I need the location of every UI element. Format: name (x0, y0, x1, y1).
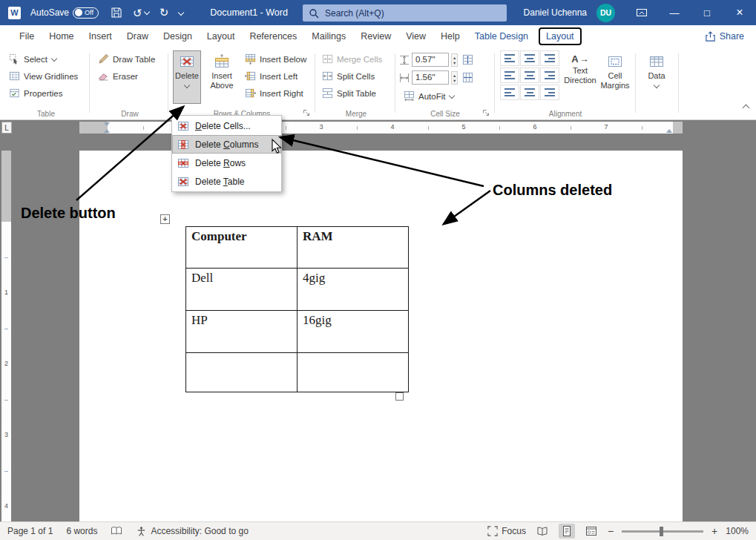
text-direction-button[interactable]: A→ Text Direction (562, 50, 598, 104)
table-row-height-input[interactable]: 0.57" (412, 53, 449, 67)
align-top-right-button[interactable] (540, 50, 559, 66)
table-cell[interactable]: 4gig (298, 269, 409, 311)
vertical-ruler[interactable]: 1 2 3 4 (1, 151, 11, 521)
table-resize-handle[interactable] (395, 392, 404, 401)
ribbon-display-options-button[interactable] (625, 0, 658, 25)
table-column-width-input[interactable]: 1.56" (412, 70, 449, 85)
autosave-toggle[interactable]: AutoSave Off (30, 7, 99, 19)
proofing-button[interactable] (111, 525, 122, 537)
search-box[interactable] (303, 4, 507, 22)
align-top-left-button[interactable] (500, 50, 519, 66)
print-layout-button[interactable] (559, 524, 575, 539)
cell-margins-button[interactable]: Cell Margins (598, 50, 632, 104)
menu-item-delete-cells[interactable]: Delete Cells... (172, 116, 281, 135)
horizontal-ruler[interactable]: 1 2 3 4 5 6 7 (79, 122, 683, 134)
insert-above-button[interactable]: Insert Above (205, 50, 239, 104)
zoom-level[interactable]: 100% (726, 526, 749, 536)
undo-button[interactable]: ↺ (133, 7, 149, 19)
tab-insert[interactable]: Insert (82, 25, 119, 47)
zoom-slider-thumb[interactable] (660, 527, 663, 536)
align-bottom-center-button[interactable] (520, 85, 539, 100)
eraser-button[interactable]: Eraser (95, 68, 141, 84)
spinner-down-icon[interactable]: ▾ (453, 78, 456, 83)
table-cell[interactable]: HP (186, 311, 298, 353)
align-bottom-left-button[interactable] (500, 85, 519, 100)
spinner-up-icon[interactable]: ▴ (453, 73, 456, 78)
focus-button[interactable]: Focus (487, 526, 526, 536)
table-cell[interactable]: 16gig (298, 311, 409, 353)
align-center-left-button[interactable] (500, 68, 519, 83)
tab-review[interactable]: Review (353, 25, 398, 47)
table-cell[interactable]: Dell (186, 269, 298, 311)
table-cell[interactable] (298, 353, 409, 392)
redo-button[interactable]: ↻ (160, 6, 169, 19)
spinner-up-icon[interactable]: ▴ (453, 55, 456, 60)
insert-below-button[interactable]: Insert Below (242, 51, 309, 67)
tab-file[interactable]: File (12, 25, 42, 47)
user-avatar[interactable]: DU (596, 4, 615, 22)
split-cells-button[interactable]: Split Cells (319, 68, 378, 84)
align-center-button[interactable] (520, 68, 539, 83)
tab-help[interactable]: Help (433, 25, 467, 47)
read-mode-button[interactable] (534, 524, 550, 539)
document-table[interactable]: Computer RAM Dell 4gig HP 16gig (185, 226, 409, 392)
tab-table-layout-active[interactable]: Layout (539, 27, 582, 45)
insert-right-button[interactable]: Insert Right (242, 85, 306, 101)
customize-qat-button[interactable] (179, 6, 183, 19)
insert-left-button[interactable]: Insert Left (242, 68, 300, 84)
draw-table-button[interactable]: Draw Table (95, 51, 158, 67)
distribute-columns-button[interactable] (460, 70, 475, 85)
word-logo-icon[interactable]: W (8, 7, 21, 19)
document-page[interactable]: Computer RAM Dell 4gig HP 16gig (79, 151, 683, 521)
first-line-indent-marker[interactable] (104, 122, 110, 126)
table-cell[interactable]: RAM (298, 227, 409, 269)
hanging-indent-marker[interactable] (104, 129, 110, 133)
tab-stop-selector[interactable]: L (1, 122, 12, 134)
menu-item-delete-rows[interactable]: Delete Rows (172, 154, 281, 172)
minimize-button[interactable]: — (658, 0, 691, 25)
accessibility-status[interactable]: Accessibility: Good to go (136, 526, 248, 537)
share-button[interactable]: Share (705, 31, 744, 42)
search-input[interactable] (323, 7, 501, 19)
user-name[interactable]: Daniel Uchenna (524, 7, 587, 18)
table-move-handle[interactable]: + (160, 214, 170, 224)
delete-button[interactable]: Delete (173, 50, 201, 104)
align-top-center-button[interactable] (520, 50, 539, 66)
zoom-slider[interactable] (622, 530, 703, 533)
tab-layout[interactable]: Layout (200, 25, 243, 47)
zoom-out-button[interactable]: − (608, 525, 614, 537)
menu-item-delete-table[interactable]: Delete Table (172, 172, 281, 191)
tab-draw[interactable]: Draw (119, 25, 156, 47)
table-cell[interactable] (186, 353, 298, 392)
align-bottom-right-button[interactable] (540, 85, 559, 100)
tab-home[interactable]: Home (42, 25, 81, 47)
split-table-button[interactable]: Split Table (319, 85, 379, 101)
close-button[interactable]: × (723, 0, 756, 25)
right-indent-marker[interactable] (666, 129, 672, 133)
tab-references[interactable]: References (242, 25, 304, 47)
save-button[interactable] (111, 7, 122, 19)
page-indicator[interactable]: Page 1 of 1 (7, 526, 53, 536)
tab-design[interactable]: Design (156, 25, 200, 47)
table-cell[interactable]: Computer (186, 227, 298, 269)
zoom-in-button[interactable]: + (711, 525, 717, 537)
menu-item-delete-columns[interactable]: Delete Columns (172, 135, 281, 154)
autosave-pill[interactable]: Off (73, 7, 99, 19)
word-count[interactable]: 6 words (66, 526, 97, 536)
web-layout-button[interactable] (583, 524, 599, 539)
row-height-spinner[interactable]: ▴ ▾ (451, 53, 458, 67)
maximize-button[interactable]: □ (691, 0, 723, 25)
data-button[interactable]: Data (640, 50, 674, 104)
collapse-ribbon-button[interactable] (743, 100, 749, 113)
align-center-right-button[interactable] (540, 68, 559, 83)
select-button[interactable]: Select (6, 51, 59, 67)
distribute-rows-button[interactable] (460, 53, 475, 68)
autofit-button[interactable]: AutoFit (401, 88, 457, 104)
spinner-down-icon[interactable]: ▾ (453, 60, 456, 65)
properties-button[interactable]: Properties (6, 85, 65, 101)
tab-table-design[interactable]: Table Design (467, 25, 536, 47)
column-width-spinner[interactable]: ▴ ▾ (451, 71, 458, 85)
tab-view[interactable]: View (398, 25, 433, 47)
view-gridlines-button[interactable]: View Gridlines (6, 68, 81, 84)
tab-mailings[interactable]: Mailings (304, 25, 353, 47)
